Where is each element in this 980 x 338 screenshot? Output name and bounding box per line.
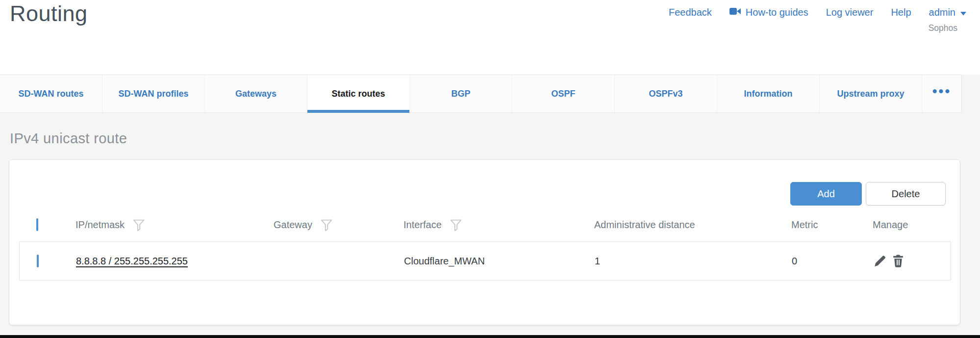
routing-tabbar: SD-WAN routes SD-WAN profiles Gateways S… bbox=[0, 75, 962, 113]
tab-bgp[interactable]: BGP bbox=[410, 75, 512, 112]
route-admin-distance-value: 1 bbox=[595, 256, 792, 267]
tab-upstream-proxy[interactable]: Upstream proxy bbox=[820, 75, 922, 112]
section-heading: IPv4 unicast route bbox=[10, 130, 127, 147]
log-viewer-link[interactable]: Log viewer bbox=[826, 7, 874, 18]
feedback-link[interactable]: Feedback bbox=[669, 7, 712, 18]
chevron-down-icon bbox=[960, 7, 967, 18]
route-interface-value: Cloudflare_MWAN bbox=[404, 256, 595, 267]
tab-sdwan-routes[interactable]: SD-WAN routes bbox=[0, 75, 102, 112]
filter-funnel-icon[interactable] bbox=[320, 219, 333, 232]
table-header-row: IP/netmask Gateway Interface Administrat… bbox=[36, 215, 950, 234]
column-header-admin-distance: Administrative distance bbox=[594, 219, 791, 231]
tab-sdwan-profiles[interactable]: SD-WAN profiles bbox=[102, 75, 205, 112]
tab-overflow-ellipsis[interactable]: ••• bbox=[922, 75, 961, 112]
delete-button[interactable]: Delete bbox=[866, 182, 946, 206]
tab-information[interactable]: Information bbox=[717, 75, 820, 112]
route-metric-value: 0 bbox=[792, 256, 873, 267]
ipv4-unicast-route-card: Add Delete IP/netmask Gateway Interface bbox=[9, 159, 960, 325]
page-title: Routing bbox=[10, 1, 88, 26]
table-toolbar: Add Delete bbox=[790, 182, 946, 206]
pencil-icon[interactable] bbox=[873, 255, 886, 268]
column-header-interface: Interface bbox=[403, 218, 594, 232]
video-camera-icon bbox=[729, 7, 741, 18]
column-header-metric: Metric bbox=[791, 219, 873, 231]
route-ip-netmask-link[interactable]: 8.8.8.8 / 255.255.255.255 bbox=[76, 256, 188, 266]
select-all-checkbox[interactable] bbox=[36, 218, 38, 231]
tab-ospf[interactable]: OSPF bbox=[512, 75, 615, 112]
add-button[interactable]: Add bbox=[790, 182, 862, 206]
routing-page: Routing Feedback How-to guides Log viewe… bbox=[0, 0, 980, 338]
admin-user-menu[interactable]: admin bbox=[929, 7, 967, 18]
column-header-gateway: Gateway bbox=[274, 218, 403, 232]
howto-guides-link[interactable]: How-to guides bbox=[729, 7, 808, 18]
tab-static-routes[interactable]: Static routes bbox=[307, 75, 410, 112]
tab-ospfv3[interactable]: OSPFv3 bbox=[615, 75, 717, 112]
column-header-ip-netmask: IP/netmask bbox=[75, 218, 274, 232]
column-header-manage: Manage bbox=[873, 219, 950, 231]
tab-gateways[interactable]: Gateways bbox=[205, 75, 307, 112]
filter-funnel-icon[interactable] bbox=[132, 219, 145, 232]
row-checkbox[interactable] bbox=[37, 255, 39, 267]
trash-icon[interactable] bbox=[892, 255, 905, 268]
top-navigation: Feedback How-to guides Log viewer Help a… bbox=[669, 7, 967, 18]
route-manage-cell bbox=[873, 255, 951, 268]
page-header: Routing Feedback How-to guides Log viewe… bbox=[0, 0, 980, 75]
account-name: Sophos bbox=[929, 23, 957, 33]
window-bottom-edge bbox=[0, 335, 980, 338]
help-link[interactable]: Help bbox=[891, 7, 911, 18]
filter-funnel-icon[interactable] bbox=[450, 219, 462, 232]
table-row: 8.8.8.8 / 255.255.255.255 Cloudflare_MWA… bbox=[19, 241, 951, 281]
